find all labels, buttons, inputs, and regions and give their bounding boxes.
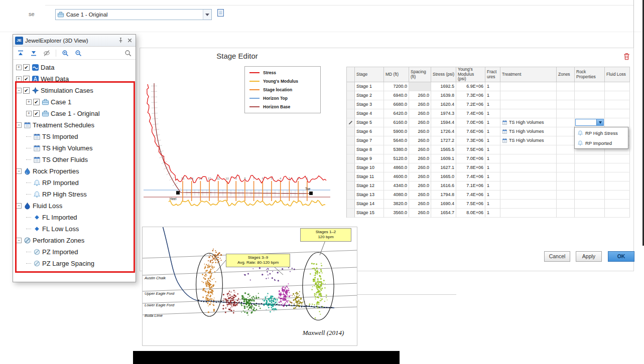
- table-row-stage-13[interactable]: Stage 134080.0260.01794.87.4E+061: [347, 191, 630, 200]
- cell-md-ft[interactable]: 3820.0: [384, 200, 409, 209]
- cell-stage[interactable]: Stage 6: [355, 127, 384, 136]
- cell-zones[interactable]: [557, 209, 575, 218]
- cell-treatment[interactable]: [500, 82, 557, 91]
- cell-treatment[interactable]: [500, 91, 557, 100]
- tree-item-fl-imported[interactable]: FL Imported: [13, 212, 136, 223]
- cell-spacing-ft[interactable]: 260.0: [409, 91, 431, 100]
- cell-rock-properties[interactable]: [575, 163, 605, 172]
- ok-button[interactable]: OK: [608, 251, 634, 262]
- column-header-treatment[interactable]: Treatment: [500, 67, 557, 82]
- cell-young-s-modulus-psi[interactable]: 7.4E+06: [456, 191, 485, 200]
- cell-rock-properties[interactable]: [575, 154, 605, 163]
- cell-spacing-ft[interactable]: 260.0: [409, 209, 431, 218]
- cell-stress-psi[interactable]: 1692.5: [431, 82, 456, 91]
- cell-spacing-ft[interactable]: [409, 82, 431, 91]
- cell-rock-properties[interactable]: [575, 181, 605, 191]
- cell-stage[interactable]: Stage 14: [355, 200, 384, 209]
- table-row-stage-14[interactable]: Stage 143820.0260.01690.47.5E+061: [347, 200, 630, 209]
- cell-md-ft[interactable]: 4860.0: [384, 163, 409, 172]
- tree-expander[interactable]: −: [16, 122, 22, 128]
- cell-stage[interactable]: Stage 11: [355, 172, 384, 181]
- table-row-stage-11[interactable]: Stage 114600.0260.01665.07.4E+061: [347, 172, 630, 181]
- table-row-stage-15[interactable]: Stage 153560.0260.01654.78.0E+061: [347, 209, 630, 218]
- cell-stage[interactable]: Stage 13: [355, 191, 384, 200]
- cell-spacing-ft[interactable]: 260.0: [409, 181, 431, 191]
- delete-trash-icon[interactable]: [623, 52, 630, 63]
- cell-stress-psi[interactable]: 1639.8: [431, 91, 456, 100]
- tree-item-rock-properties[interactable]: −Rock Properties: [13, 165, 136, 177]
- cell-young-s-modulus-psi[interactable]: 7.2E+06: [456, 100, 485, 109]
- hide-objects-icon[interactable]: [43, 49, 51, 57]
- cell-stress-psi[interactable]: 1726.4: [431, 127, 456, 136]
- table-row-stage-9[interactable]: Stage 95120.0260.01609.17.0E+061: [347, 154, 630, 163]
- cell-fluid-loss[interactable]: [605, 109, 630, 118]
- cell-rock-properties[interactable]: [575, 172, 605, 181]
- rock-properties-dropdown-list[interactable]: RP High StressRP Imported: [574, 127, 628, 149]
- table-row-stage-2[interactable]: Stage 26940.0260.01639.87.3E+061: [347, 91, 630, 100]
- cell-fluid-loss[interactable]: [605, 172, 630, 181]
- cell-zones[interactable]: [557, 191, 575, 200]
- cell-fluid-loss[interactable]: [605, 118, 630, 127]
- cell-stress-psi[interactable]: 1620.4: [431, 100, 456, 109]
- collapse-all-icon[interactable]: [17, 49, 25, 57]
- cell-zones[interactable]: [557, 145, 575, 154]
- cell-stage[interactable]: Stage 3: [355, 100, 384, 109]
- zoom-out-icon[interactable]: [74, 49, 82, 57]
- zoom-in-icon[interactable]: [61, 49, 69, 57]
- column-header-zones[interactable]: Zones: [557, 67, 575, 82]
- cell-stage[interactable]: Stage 5: [355, 118, 384, 127]
- tree-expander[interactable]: +: [26, 99, 32, 105]
- tree-item-well-data[interactable]: +✔Well Data: [13, 73, 136, 85]
- cell-zones[interactable]: [557, 118, 575, 127]
- dropdown-option-rp-imported[interactable]: RP Imported: [575, 138, 627, 148]
- cell-fractures[interactable]: 1: [485, 209, 500, 218]
- cell-stage[interactable]: Stage 1: [355, 82, 384, 91]
- column-header-stress-psi[interactable]: Stress (psi): [431, 67, 456, 82]
- cell-zones[interactable]: [557, 181, 575, 191]
- table-row-stage-5[interactable]: Stage 56160.0260.01594.47.0E+061TS High …: [347, 118, 630, 127]
- tree-expander[interactable]: −: [16, 88, 22, 93]
- cell-treatment[interactable]: TS High Volumes: [500, 127, 557, 136]
- cell-md-ft[interactable]: 6420.0: [384, 109, 409, 118]
- cell-fractures[interactable]: 1: [485, 100, 500, 109]
- tree-item-treatment-schedules[interactable]: −Treatment Schedules: [13, 119, 136, 131]
- expand-all-icon[interactable]: [30, 49, 38, 57]
- pin-icon[interactable]: [116, 37, 124, 45]
- cell-stress-psi[interactable]: 1727.2: [431, 136, 456, 145]
- cell-stage[interactable]: Stage 7: [355, 136, 384, 145]
- cell-rock-properties[interactable]: [575, 191, 605, 200]
- cell-fractures[interactable]: 1: [485, 154, 500, 163]
- tree-expander[interactable]: −: [16, 238, 22, 243]
- cell-zones[interactable]: [557, 200, 575, 209]
- cell-zones[interactable]: [557, 154, 575, 163]
- tree-expander[interactable]: +: [16, 65, 22, 70]
- cell-spacing-ft[interactable]: 260.0: [409, 154, 431, 163]
- cell-zones[interactable]: [557, 163, 575, 172]
- cell-md-ft[interactable]: 3560.0: [384, 209, 409, 218]
- tree-item-ts-other-fluids[interactable]: TS Other Fluids: [13, 154, 136, 165]
- cell-md-ft[interactable]: 5900.0: [384, 127, 409, 136]
- case-selector[interactable]: Case 1 - Original: [55, 9, 212, 20]
- cell-zones[interactable]: [557, 136, 575, 145]
- cell-fluid-loss[interactable]: [605, 100, 630, 109]
- cell-stage[interactable]: Stage 2: [355, 91, 384, 100]
- checkbox-checked[interactable]: ✔: [33, 110, 40, 117]
- table-row-stage-12[interactable]: Stage 124340.0260.01616.67.1E+061: [347, 181, 630, 191]
- cancel-button[interactable]: Cancel: [544, 251, 570, 262]
- close-icon[interactable]: [125, 37, 134, 45]
- cell-zones[interactable]: [557, 127, 575, 136]
- cell-md-ft[interactable]: 4340.0: [384, 181, 409, 191]
- cell-stress-psi[interactable]: 1974.3: [431, 109, 456, 118]
- tree-item-rp-imported[interactable]: RP Imported: [13, 177, 136, 189]
- cell-stress-psi[interactable]: 1616.6: [431, 181, 456, 191]
- cell-fractures[interactable]: 1: [485, 136, 500, 145]
- tree-item-perforation-zones[interactable]: −Perforation Zones: [13, 235, 136, 246]
- cell-md-ft[interactable]: 6680.0: [384, 100, 409, 109]
- table-row-stage-10[interactable]: Stage 104860.0260.01627.17.8E+061: [347, 163, 630, 172]
- cell-spacing-ft[interactable]: 260.0: [409, 200, 431, 209]
- cell-rock-properties[interactable]: [575, 200, 605, 209]
- cell-stress-psi[interactable]: 1794.8: [431, 191, 456, 200]
- cell-treatment[interactable]: [500, 191, 557, 200]
- column-header-md-ft[interactable]: MD (ft): [384, 67, 409, 82]
- tree-item-pz-large-spacing[interactable]: PZ Large Spacing: [13, 258, 136, 269]
